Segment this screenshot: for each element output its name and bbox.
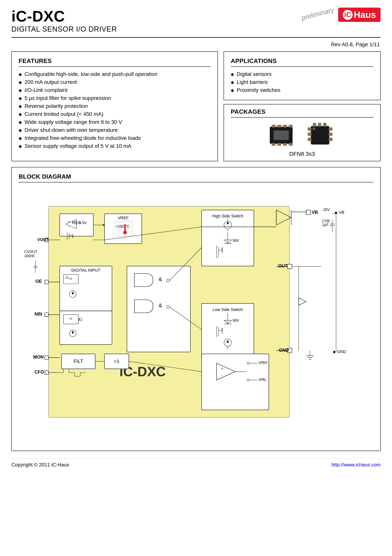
bullet-icon: ◆ xyxy=(19,96,22,101)
applications-list: ◆Digital sensors ◆Light barriers ◆Proxim… xyxy=(231,70,373,94)
list-item: ◆Configurable high-side, low-side and pu… xyxy=(19,70,211,78)
svg-text:+: + xyxy=(68,220,70,224)
bullet-icon: ◆ xyxy=(19,72,22,77)
applications-title: APPLICATIONS xyxy=(231,57,373,67)
logo-container: preliminary iC Haus xyxy=(301,8,381,22)
svg-text:5V: 5V xyxy=(82,221,87,225)
logo-haus-text: Haus xyxy=(354,9,376,20)
svg-text:VB: VB xyxy=(339,210,344,215)
block-diagram-svg: iC-DXC REG + - 5V VREF <150 °C xyxy=(19,188,373,445)
svg-text:<150 °C: <150 °C xyxy=(116,224,129,229)
revision-line: Rev A0.8, Page 1/11 xyxy=(11,41,381,47)
packages-panel: PACKAGES xyxy=(224,104,381,161)
svg-rect-2 xyxy=(277,125,281,127)
svg-text:36V: 36V xyxy=(233,318,239,322)
page-footer: Copyright © 2011 iC-Haus http://www.icha… xyxy=(11,459,381,468)
svg-rect-6 xyxy=(277,143,281,146)
svg-text:&: & xyxy=(159,302,162,308)
svg-rect-16 xyxy=(329,138,332,141)
svg-rect-135 xyxy=(45,371,48,375)
svg-text:..30V: ..30V xyxy=(321,208,330,212)
feature-text: Wide supply voltage range from 8 to 30 V xyxy=(24,119,122,125)
svg-text:OUT: OUT xyxy=(278,263,288,268)
svg-text:CFO: CFO xyxy=(34,370,44,375)
svg-rect-93 xyxy=(287,264,292,269)
list-item: ◆200 mA output current xyxy=(19,78,211,86)
ichaus-logo: iC Haus xyxy=(338,8,381,22)
svg-rect-3 xyxy=(283,125,287,127)
block-diagram-container: iC-DXC REG + - 5V VREF <150 °C xyxy=(19,188,373,445)
list-item: ◆Current limited output (< 450 mA) xyxy=(19,110,211,118)
features-title: FEATURES xyxy=(19,57,211,67)
preliminary-label: preliminary xyxy=(300,6,335,22)
app-text: Digital sensors xyxy=(237,71,272,77)
list-item: ◆5 µs input filter for spike suppression xyxy=(19,94,211,102)
list-item: ◆Reverse polarity protection xyxy=(19,102,211,110)
chip-2-image xyxy=(306,123,336,148)
list-item: ◆Driver shut-down with over temperature xyxy=(19,126,211,134)
feature-text: 200 mA output current xyxy=(24,79,77,85)
app-text: Proximity switches xyxy=(237,87,280,93)
feature-text: Integrated free-wheeling diode for induc… xyxy=(24,135,141,141)
svg-rect-11 xyxy=(308,127,311,131)
list-item: ◆Integrated free-wheeling diode for indu… xyxy=(19,134,211,142)
feature-text: I/O-Link complaint xyxy=(24,87,68,93)
svg-rect-4 xyxy=(289,125,293,127)
svg-rect-15 xyxy=(329,132,332,136)
svg-text:&: & xyxy=(159,276,162,282)
svg-text:-: - xyxy=(68,224,69,228)
svg-text:⊓: ⊓ xyxy=(70,277,72,281)
svg-rect-8 xyxy=(289,143,293,146)
svg-text:DIGITAL INPUT: DIGITAL INPUT xyxy=(71,268,100,273)
header-logo-area: preliminary iC Haus xyxy=(301,8,381,22)
bullet-icon: ◆ xyxy=(231,72,234,77)
feature-text: 5 µs input filter for spike suppression xyxy=(24,95,111,101)
svg-rect-13 xyxy=(308,138,311,141)
page-header: iC-DXC DIGITAL SENSOR I/O DRIVER prelimi… xyxy=(11,8,381,38)
copyright-text: Copyright © 2011 iC-Haus xyxy=(11,462,69,468)
revision-text: Rev A0.8, Page 1/11 xyxy=(331,41,380,47)
bullet-icon: ◆ xyxy=(19,128,22,133)
svg-rect-40 xyxy=(124,224,126,232)
list-item: ◆Sensor supply voltage output of 5 V at … xyxy=(19,142,211,150)
svg-rect-19 xyxy=(323,123,326,127)
packages-content: DFN8 3x3 xyxy=(231,121,373,157)
app-text: Light barriers xyxy=(237,79,268,85)
svg-rect-118 xyxy=(60,311,112,345)
features-panel: FEATURES ◆Configurable high-side, low-si… xyxy=(11,51,218,161)
svg-text:VB: VB xyxy=(312,210,318,215)
chip-1-image xyxy=(268,123,298,148)
svg-rect-17 xyxy=(313,123,316,127)
features-list: ◆Configurable high-side, low-side and pu… xyxy=(19,70,211,150)
svg-text:VREF: VREF xyxy=(118,216,129,220)
bullet-icon: ◆ xyxy=(19,144,22,149)
svg-text:VRL: VRL xyxy=(258,377,266,382)
svg-text:⊓: ⊓ xyxy=(70,317,72,321)
svg-rect-7 xyxy=(283,143,287,146)
bullet-icon: ◆ xyxy=(231,80,234,85)
website-link[interactable]: http://www.ichaus.com xyxy=(331,462,381,468)
svg-text:VRH: VRH xyxy=(258,360,267,365)
header-title-area: iC-DXC DIGITAL SENSOR I/O DRIVER xyxy=(11,8,117,33)
svg-text:OE: OE xyxy=(35,279,42,284)
svg-text:High Side Switch: High Side Switch xyxy=(212,214,243,218)
bullet-icon: ◆ xyxy=(19,136,22,141)
package-label: DFN8 3x3 xyxy=(289,151,315,157)
bullet-icon: ◆ xyxy=(19,120,22,125)
svg-text:+: + xyxy=(221,366,223,371)
svg-text:GND: GND xyxy=(337,349,346,354)
feature-text: Driver shut-down with over temperature xyxy=(24,127,118,133)
bullet-icon: ◆ xyxy=(19,88,22,93)
bullet-icon: ◆ xyxy=(19,80,22,85)
svg-rect-81 xyxy=(306,210,311,215)
block-diagram-title: BLOCK DIAGRAM xyxy=(19,173,373,182)
feature-text: Current limited output (< 450 mA) xyxy=(24,111,103,117)
feature-text: Configurable high-side, low-side and pus… xyxy=(24,71,158,77)
svg-rect-18 xyxy=(318,123,321,127)
svg-text:100nF..: 100nF.. xyxy=(24,254,36,258)
list-item: ◆Proximity switches xyxy=(231,86,373,94)
svg-text:FILT: FILT xyxy=(74,359,83,364)
svg-text:CVOUT: CVOUT xyxy=(24,250,37,254)
bullet-icon: ◆ xyxy=(19,104,22,109)
applications-panel: APPLICATIONS ◆Digital sensors ◆Light bar… xyxy=(224,51,381,100)
